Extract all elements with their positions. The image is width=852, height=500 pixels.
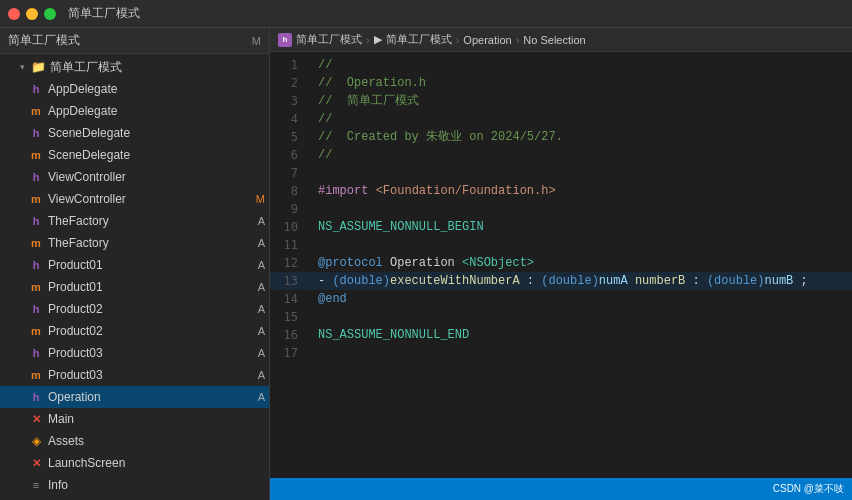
item-badge-Operation-h: A xyxy=(258,391,265,403)
code-content-4: // xyxy=(310,110,332,128)
breadcrumb-sep2: › xyxy=(456,34,460,46)
file-icon-SceneDelegate-m: m xyxy=(28,147,44,163)
code-content-13: - (double)executeWithNumberA : (double)n… xyxy=(310,272,808,290)
sidebar-item-Info[interactable]: ≡Info xyxy=(0,474,269,496)
item-badge-Product03-h: A xyxy=(258,347,265,359)
sidebar-item-Operation-h[interactable]: hOperationA xyxy=(0,386,269,408)
code-line-13: 13- (double)executeWithNumberA : (double… xyxy=(270,272,852,290)
sidebar-item-Product02-m[interactable]: mProduct02A xyxy=(0,320,269,342)
line-number-2: 2 xyxy=(270,74,306,92)
sidebar-item-LaunchScreen[interactable]: ✕LaunchScreen xyxy=(0,452,269,474)
file-icon-Product01-h: h xyxy=(28,257,44,273)
title-bar: 简单工厂模式 xyxy=(0,0,852,28)
code-content-12: @protocol Operation <NSObject> xyxy=(310,254,534,272)
breadcrumb-folder-icon: ▶ xyxy=(374,33,382,46)
sidebar-title: 简单工厂模式 xyxy=(8,32,252,49)
line-number-10: 10 xyxy=(270,218,306,236)
file-icon-Info: ≡ xyxy=(28,477,44,493)
sidebar-item-AppDelegate-h[interactable]: hAppDelegate xyxy=(0,78,269,100)
file-icon-SceneDelegate-h: h xyxy=(28,125,44,141)
item-label-Operation-h: Operation xyxy=(48,390,254,404)
line-number-12: 12 xyxy=(270,254,306,272)
breadcrumb-sep3: › xyxy=(516,34,520,46)
file-icon-AppDelegate-h: h xyxy=(28,81,44,97)
sidebar-item-root[interactable]: ▾📁简单工厂模式 xyxy=(0,56,269,78)
line-number-3: 3 xyxy=(270,92,306,110)
code-content-8: #import <Foundation/Foundation.h> xyxy=(310,182,556,200)
code-line-2: 2// Operation.h xyxy=(270,74,852,92)
sidebar-item-TheFactory-h[interactable]: hTheFactoryA xyxy=(0,210,269,232)
minimize-button[interactable] xyxy=(26,8,38,20)
code-line-17: 17 xyxy=(270,344,852,362)
code-content-16: NS_ASSUME_NONNULL_END xyxy=(310,326,469,344)
item-label-Info: Info xyxy=(48,478,265,492)
sidebar-item-AppDelegate-m[interactable]: mAppDelegate xyxy=(0,100,269,122)
item-label-TheFactory-h: TheFactory xyxy=(48,214,254,228)
chevron-icon: ▾ xyxy=(16,61,28,73)
breadcrumb-sep1: › xyxy=(366,34,370,46)
item-label-Product03-h: Product03 xyxy=(48,346,254,360)
file-icon-ViewController-h: h xyxy=(28,169,44,185)
line-number-11: 11 xyxy=(270,236,306,254)
sidebar-item-Main[interactable]: ✕Main xyxy=(0,408,269,430)
file-icon-Product02-m: m xyxy=(28,323,44,339)
line-number-4: 4 xyxy=(270,110,306,128)
code-line-12: 12@protocol Operation <NSObject> xyxy=(270,254,852,272)
item-label-SceneDelegate-m: SceneDelegate xyxy=(48,148,265,162)
code-content-10: NS_ASSUME_NONNULL_BEGIN xyxy=(310,218,484,236)
item-label-LaunchScreen: LaunchScreen xyxy=(48,456,265,470)
file-icon-Assets: ◈ xyxy=(28,433,44,449)
code-line-11: 11 xyxy=(270,236,852,254)
file-icon-Operation-h: h xyxy=(28,389,44,405)
line-number-14: 14 xyxy=(270,290,306,308)
file-icon-AppDelegate-m: m xyxy=(28,103,44,119)
sidebar-item-Product01-h[interactable]: hProduct01A xyxy=(0,254,269,276)
sidebar-item-main-m[interactable]: mmain xyxy=(0,496,269,500)
item-badge-TheFactory-m: A xyxy=(258,237,265,249)
status-bar: CSDN @菜不吱 xyxy=(270,478,852,500)
item-label-Product02-m: Product02 xyxy=(48,324,254,338)
sidebar-item-Product02-h[interactable]: hProduct02A xyxy=(0,298,269,320)
item-badge-Product01-h: A xyxy=(258,259,265,271)
line-number-9: 9 xyxy=(270,200,306,218)
code-line-9: 9 xyxy=(270,200,852,218)
file-icon-Product03-h: h xyxy=(28,345,44,361)
breadcrumb-section: No Selection xyxy=(523,34,585,46)
item-label-Assets: Assets xyxy=(48,434,265,448)
line-number-15: 15 xyxy=(270,308,306,326)
status-text: CSDN @菜不吱 xyxy=(773,482,844,496)
file-icon-TheFactory-m: m xyxy=(28,235,44,251)
file-icon-LaunchScreen: ✕ xyxy=(28,455,44,471)
item-label-Product01-m: Product01 xyxy=(48,280,254,294)
sidebar-item-Assets[interactable]: ◈Assets xyxy=(0,430,269,452)
item-badge-Product02-h: A xyxy=(258,303,265,315)
sidebar-item-SceneDelegate-m[interactable]: mSceneDelegate xyxy=(0,144,269,166)
line-number-5: 5 xyxy=(270,128,306,146)
sidebar-item-SceneDelegate-h[interactable]: hSceneDelegate xyxy=(0,122,269,144)
sidebar-header: 简单工厂模式 M xyxy=(0,28,269,54)
sidebar-item-Product03-h[interactable]: hProduct03A xyxy=(0,342,269,364)
code-content-5: // Created by 朱敬业 on 2024/5/27. xyxy=(310,128,563,146)
main-layout: 简单工厂模式 M ▾📁简单工厂模式hAppDelegatemAppDelegat… xyxy=(0,28,852,500)
code-line-5: 5// Created by 朱敬业 on 2024/5/27. xyxy=(270,128,852,146)
item-badge-Product03-m: A xyxy=(258,369,265,381)
editor-area: h 简单工厂模式 › ▶ 简单工厂模式 › Operation › No Sel… xyxy=(270,28,852,500)
line-number-1: 1 xyxy=(270,56,306,74)
file-tree: ▾📁简单工厂模式hAppDelegatemAppDelegatehSceneDe… xyxy=(0,54,269,500)
sidebar-item-TheFactory-m[interactable]: mTheFactoryA xyxy=(0,232,269,254)
item-label-ViewController-m: ViewController xyxy=(48,192,252,206)
window-title: 简单工厂模式 xyxy=(68,5,140,22)
line-number-13: 13 xyxy=(270,272,306,290)
sidebar-item-Product01-m[interactable]: mProduct01A xyxy=(0,276,269,298)
breadcrumb-file-icon: h xyxy=(278,33,292,47)
sidebar-item-ViewController-h[interactable]: hViewController xyxy=(0,166,269,188)
item-label-TheFactory-m: TheFactory xyxy=(48,236,254,250)
close-button[interactable] xyxy=(8,8,20,20)
sidebar-item-Product03-m[interactable]: mProduct03A xyxy=(0,364,269,386)
item-label-Product03-m: Product03 xyxy=(48,368,254,382)
item-badge-Product01-m: A xyxy=(258,281,265,293)
breadcrumb-group: 简单工厂模式 xyxy=(386,32,452,47)
maximize-button[interactable] xyxy=(44,8,56,20)
sidebar-item-ViewController-m[interactable]: mViewControllerM xyxy=(0,188,269,210)
code-editor[interactable]: 1//2// Operation.h3// 简单工厂模式4//5// Creat… xyxy=(270,52,852,478)
